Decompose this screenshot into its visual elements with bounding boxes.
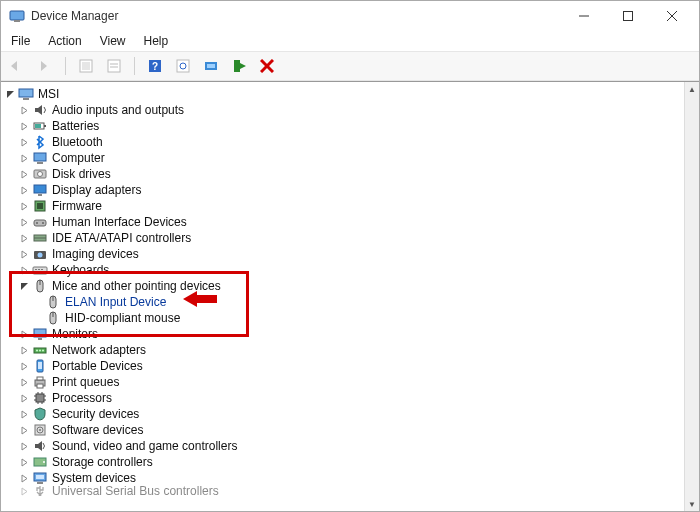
svg-rect-51 — [34, 329, 46, 337]
tree-category[interactable]: Audio inputs and outputs — [3, 102, 685, 118]
expand-icon[interactable] — [17, 343, 31, 357]
expand-icon[interactable] — [17, 327, 31, 341]
expand-icon[interactable] — [17, 263, 31, 277]
title-bar: Device Manager — [1, 1, 699, 31]
tree-category[interactable]: Bluetooth — [3, 134, 685, 150]
back-button[interactable] — [7, 56, 27, 76]
tree-category[interactable]: System devices — [3, 470, 685, 486]
tree-category[interactable]: Human Interface Devices — [3, 214, 685, 230]
svg-point-56 — [42, 350, 44, 352]
scroll-up-button[interactable]: ▲ — [685, 82, 699, 96]
tree-item-label: Audio inputs and outputs — [52, 103, 184, 117]
collapse-icon[interactable] — [3, 87, 17, 101]
expand-icon[interactable] — [17, 359, 31, 373]
tree-category[interactable]: Keyboards — [3, 262, 685, 278]
tree-category[interactable]: Software devices — [3, 422, 685, 438]
expand-icon[interactable] — [17, 199, 31, 213]
expand-icon[interactable] — [17, 247, 31, 261]
expand-icon[interactable] — [17, 471, 31, 485]
menu-bar: File Action View Help — [1, 31, 699, 51]
svg-point-54 — [36, 350, 38, 352]
vertical-scrollbar[interactable]: ▲ ▼ — [684, 82, 699, 511]
scroll-down-button[interactable]: ▼ — [685, 497, 699, 511]
expand-icon[interactable] — [17, 215, 31, 229]
expand-icon[interactable] — [17, 119, 31, 133]
tree-device[interactable]: ELAN Input Device — [3, 294, 685, 310]
tree-item-label: Disk drives — [52, 167, 111, 181]
tree-category[interactable]: Network adapters — [3, 342, 685, 358]
expand-icon[interactable] — [17, 455, 31, 469]
menu-file[interactable]: File — [5, 32, 36, 50]
scan-button[interactable] — [173, 56, 193, 76]
uninstall-button[interactable] — [229, 56, 249, 76]
tree-category[interactable]: Sound, video and game controllers — [3, 438, 685, 454]
expand-icon[interactable] — [17, 167, 31, 181]
tree-category[interactable]: Portable Devices — [3, 358, 685, 374]
tree-item-label: Storage controllers — [52, 455, 153, 469]
tree-category[interactable]: IDE ATA/ATAPI controllers — [3, 230, 685, 246]
close-button[interactable] — [659, 6, 685, 26]
expand-icon[interactable] — [17, 423, 31, 437]
computer-icon — [32, 150, 48, 166]
tree-category[interactable]: Firmware — [3, 198, 685, 214]
expand-icon[interactable] — [17, 486, 31, 496]
tree-category[interactable]: Display adapters — [3, 182, 685, 198]
show-hidden-button[interactable] — [76, 56, 96, 76]
tree-category[interactable]: Imaging devices — [3, 246, 685, 262]
tree-item-label: Batteries — [52, 119, 99, 133]
expand-icon[interactable] — [17, 439, 31, 453]
tree-item-label: Software devices — [52, 423, 143, 437]
system-icon — [32, 470, 48, 486]
content-pane: MSIAudio inputs and outputsBatteriesBlue… — [1, 81, 699, 511]
svg-rect-60 — [37, 377, 43, 380]
tree-category[interactable]: Disk drives — [3, 166, 685, 182]
expand-icon[interactable] — [17, 103, 31, 117]
menu-action[interactable]: Action — [42, 32, 87, 50]
mouse-icon — [32, 278, 48, 294]
maximize-button[interactable] — [615, 6, 641, 26]
tree-item-label: Mice and other pointing devices — [52, 279, 221, 293]
minimize-button[interactable] — [571, 6, 597, 26]
update-driver-button[interactable] — [201, 56, 221, 76]
menu-help[interactable]: Help — [138, 32, 175, 50]
svg-rect-42 — [38, 269, 40, 270]
svg-point-34 — [36, 222, 38, 224]
expand-icon[interactable] — [17, 391, 31, 405]
expand-icon[interactable] — [17, 375, 31, 389]
tree-category[interactable]: Processors — [3, 390, 685, 406]
tree-root[interactable]: MSI — [3, 86, 685, 102]
tree-category[interactable]: Mice and other pointing devices — [3, 278, 685, 294]
svg-rect-0 — [10, 11, 24, 20]
expand-icon[interactable] — [17, 231, 31, 245]
menu-view[interactable]: View — [94, 32, 132, 50]
tree-item-label: System devices — [52, 471, 136, 485]
tree-category[interactable]: Security devices — [3, 406, 685, 422]
help-button[interactable]: ? — [145, 56, 165, 76]
tree-category[interactable]: Monitors — [3, 326, 685, 342]
tree-category[interactable]: Computer — [3, 150, 685, 166]
expand-icon[interactable] — [17, 183, 31, 197]
svg-rect-52 — [38, 338, 42, 340]
tree-category[interactable]: Storage controllers — [3, 454, 685, 470]
forward-button[interactable] — [35, 56, 55, 76]
expand-icon[interactable] — [17, 407, 31, 421]
device-tree[interactable]: MSIAudio inputs and outputsBatteriesBlue… — [3, 86, 685, 509]
disable-button[interactable] — [257, 56, 277, 76]
tree-category[interactable]: Universal Serial Bus controllers — [3, 486, 685, 496]
svg-rect-61 — [37, 384, 43, 388]
collapse-icon[interactable] — [17, 279, 31, 293]
tree-item-label: Portable Devices — [52, 359, 143, 373]
svg-point-35 — [42, 222, 44, 224]
tree-item-label: Computer — [52, 151, 105, 165]
expand-icon[interactable] — [17, 135, 31, 149]
svg-point-28 — [38, 172, 43, 177]
usb-icon — [32, 486, 48, 496]
tree-device[interactable]: HID-compliant mouse — [3, 310, 685, 326]
tree-category[interactable]: Batteries — [3, 118, 685, 134]
svg-rect-23 — [44, 125, 46, 127]
hid-icon — [32, 214, 48, 230]
tree-item-label: Monitors — [52, 327, 98, 341]
tree-category[interactable]: Print queues — [3, 374, 685, 390]
expand-icon[interactable] — [17, 151, 31, 165]
properties-button[interactable] — [104, 56, 124, 76]
